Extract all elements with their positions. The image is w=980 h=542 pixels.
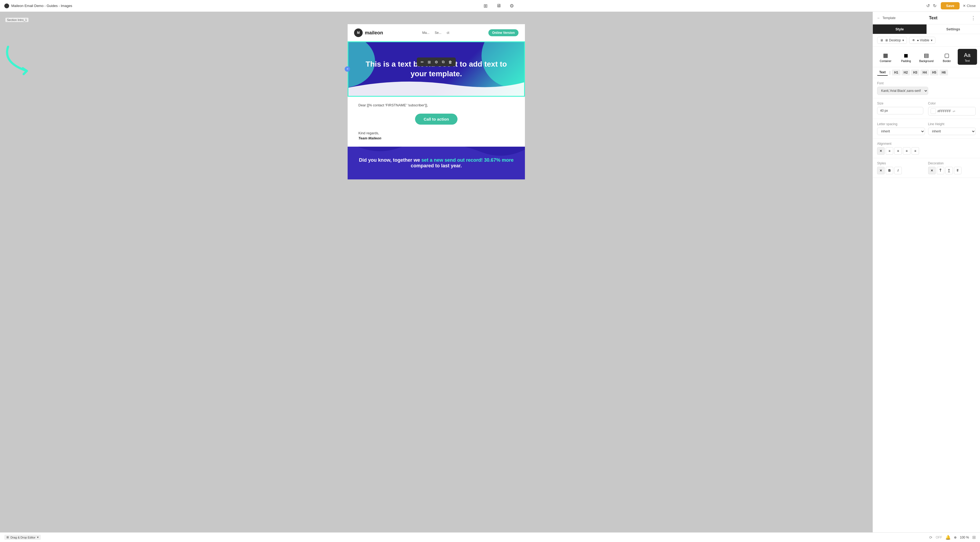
section-label: Section Intro_1	[5, 18, 29, 22]
format-h6-button[interactable]: H6	[939, 70, 948, 75]
size-color-row: Size Color #FFFFFF ⇌	[877, 102, 976, 116]
decoration-label: Decoration	[928, 161, 976, 165]
visible-select[interactable]: 👁 ● Visible ▾	[909, 37, 935, 44]
format-text-button[interactable]: Text	[877, 69, 888, 76]
text-tool-icon: Aa	[964, 52, 970, 58]
toolbar-duplicate-button[interactable]: ⧉	[440, 59, 446, 65]
online-version-button[interactable]: Online Version	[488, 29, 519, 36]
format-h4-button[interactable]: H4	[920, 70, 929, 75]
nav-item-3[interactable]: ct	[447, 31, 449, 35]
color-hex-value: #FFFFFF	[937, 109, 951, 113]
align-justify-button[interactable]: ≡	[912, 147, 919, 155]
size-input[interactable]	[877, 107, 923, 114]
deco-none-button[interactable]: ✕	[928, 167, 935, 174]
color-col: Color #FFFFFF ⇌	[928, 102, 976, 116]
icon-tools: ▦ Container ◼ Padding ▤ Background ▢ Bor…	[873, 47, 980, 67]
drag-drop-icon: ⊞	[6, 536, 9, 539]
deco-overline-button[interactable]: T̄	[937, 167, 944, 174]
settings-icon[interactable]: ⚙	[510, 3, 514, 9]
styles-col: Styles ✕ B I	[877, 161, 925, 174]
toolbar-edit-button[interactable]: ✏	[419, 59, 426, 65]
desktop-select[interactable]: 🖥 🖥 Desktop ▾	[877, 37, 907, 44]
email-footer: Did you know, together we set a new send…	[348, 147, 525, 180]
align-left-button[interactable]: ≡	[886, 147, 893, 155]
tool-padding[interactable]: ◼ Padding	[896, 49, 916, 65]
styles-deco-row: Styles ✕ B I Decoration ✕ T̄ T T̶	[877, 161, 976, 174]
footer-text-end: compared to last year.	[411, 163, 462, 168]
text-block-wrapper[interactable]: ⠿ This is a text block. Use it to add te…	[348, 41, 525, 97]
cta-button[interactable]: Call to action	[415, 114, 458, 125]
format-h3-button[interactable]: H3	[911, 70, 919, 75]
style-italic-button[interactable]: I	[894, 167, 902, 174]
color-exchange-icon: ⇌	[953, 109, 955, 113]
style-bold-button[interactable]: B	[886, 167, 893, 174]
letter-spacing-col: Letter spacing inherit	[877, 122, 925, 135]
toolbar-settings-button[interactable]: ⚙	[433, 59, 440, 65]
bell-icon[interactable]: 🔔	[945, 535, 951, 540]
toolbar-delete-button[interactable]: 🗑	[447, 59, 454, 65]
panel-more-button[interactable]: ⋮	[971, 15, 976, 21]
nav-item-2[interactable]: Se...	[435, 31, 441, 35]
container-icon: ▦	[883, 52, 888, 59]
spacing-section: Letter spacing inherit Line Height inher…	[873, 119, 980, 138]
block-toolbar: ✏ ⊞ ⚙ ⧉ 🗑	[417, 57, 456, 66]
redo-button[interactable]: ↻	[932, 2, 937, 10]
format-h2-button[interactable]: H2	[902, 70, 910, 75]
dear-line: Dear [[% contact 'FIRSTNAME' 'subscriber…	[358, 103, 514, 107]
dnd-dropdown-icon[interactable]: ▾	[37, 536, 39, 539]
decoration-buttons: ✕ T̄ T T̶	[928, 167, 976, 174]
tool-text[interactable]: Aa Text	[958, 49, 977, 65]
deco-underline-button[interactable]: T	[945, 167, 953, 174]
tab-settings[interactable]: Settings	[926, 24, 980, 34]
toolbar-grid-button[interactable]: ⊞	[426, 59, 433, 65]
color-swatch[interactable]	[931, 108, 936, 114]
tool-border[interactable]: ▢ Border	[937, 49, 957, 65]
drag-handle[interactable]: ⠿	[345, 66, 350, 72]
spacing-row: Letter spacing inherit Line Height inher…	[877, 122, 976, 135]
font-select[interactable]: Kanit,'Arial Black',sans-serif	[877, 87, 928, 95]
alignment-section: Alignment ✕ ≡ ≡ ≡ ≡	[873, 138, 980, 158]
apps-grid-icon[interactable]: ⊞	[972, 535, 976, 540]
email-container: M maileon Ma... Se... ct Online Version …	[348, 24, 525, 180]
topbar-title: Maileon Email Demo - Guides - Images	[11, 4, 72, 8]
size-color-section: Size Color #FFFFFF ⇌	[873, 98, 980, 119]
topbar: Maileon Email Demo - Guides - Images ⊞ 🖥…	[0, 0, 980, 12]
zoom-value: 100 %	[960, 536, 969, 539]
undo-redo-group: ↺ ↻	[925, 2, 937, 10]
off-label: OFF	[935, 536, 942, 539]
font-label: Font	[877, 81, 976, 85]
dnd-label: Drag & Drop Editor	[11, 536, 35, 539]
line-height-select[interactable]: inherit	[928, 127, 976, 135]
align-none-button[interactable]: ✕	[877, 147, 885, 155]
chevron-down-icon-2: ▾	[931, 38, 932, 42]
tab-style[interactable]: Style	[873, 24, 926, 34]
letter-spacing-select[interactable]: inherit	[877, 127, 925, 135]
topbar-center: ⊞ 🖥 ⚙	[484, 3, 514, 9]
view-options-row: 🖥 🖥 Desktop ▾ 👁 ● Visible ▾	[873, 34, 980, 47]
format-h1-button[interactable]: H1	[892, 70, 900, 75]
size-col: Size	[877, 102, 925, 116]
styles-label: Styles	[877, 161, 925, 165]
topbar-right: ↺ ↻ Save ✕ Close	[925, 2, 976, 10]
deco-strikethrough-button[interactable]: T̶	[954, 167, 961, 174]
save-button[interactable]: Save	[941, 2, 959, 10]
color-picker-row[interactable]: #FFFFFF ⇌	[928, 107, 976, 116]
tool-background[interactable]: ▤ Background	[917, 49, 936, 65]
dnd-badge: ⊞ Drag & Drop Editor ▾	[4, 535, 41, 540]
tool-container[interactable]: ▦ Container	[876, 49, 896, 65]
align-center-button[interactable]: ≡	[894, 147, 902, 155]
letter-spacing-label: Letter spacing	[877, 122, 925, 126]
text-block[interactable]: This is a text block. Use it to add text…	[348, 42, 524, 96]
undo-button[interactable]: ↺	[925, 2, 931, 10]
grid-icon[interactable]: ⊞	[484, 3, 488, 9]
format-h5-button[interactable]: H5	[930, 70, 939, 75]
arrow-overlay	[0, 44, 43, 83]
nav-item-1[interactable]: Ma...	[422, 31, 430, 35]
style-none-button[interactable]: ✕	[877, 167, 885, 174]
panel-title: Text	[929, 16, 937, 21]
align-right-button[interactable]: ≡	[903, 147, 910, 155]
close-button[interactable]: ✕ Close	[963, 4, 976, 8]
breadcrumb-back-arrow[interactable]: ←	[877, 16, 880, 20]
alignment-label: Alignment	[877, 142, 976, 146]
monitor-icon[interactable]: 🖥	[496, 3, 501, 9]
